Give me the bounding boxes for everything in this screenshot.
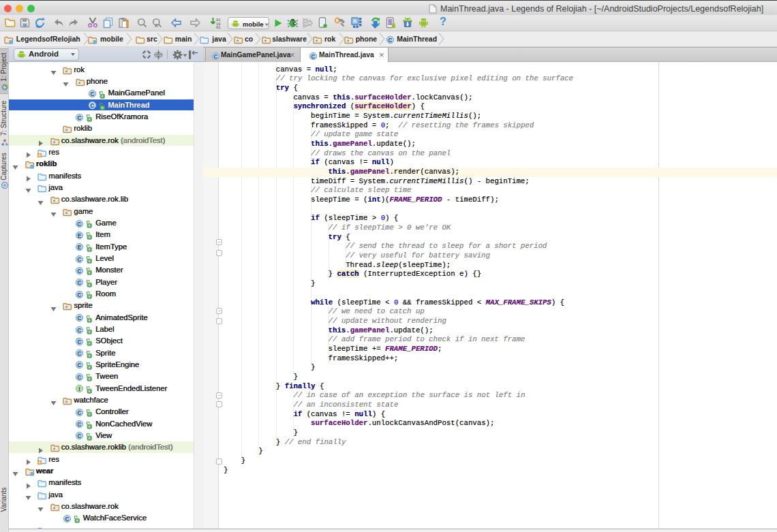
svg-text:C: C	[78, 292, 82, 298]
svg-text:C: C	[78, 339, 82, 345]
svg-text:C: C	[78, 280, 82, 286]
svg-text:C: C	[78, 374, 82, 380]
svg-text:C: C	[78, 351, 82, 357]
svg-text:C: C	[311, 54, 316, 60]
svg-text:C: C	[78, 221, 82, 227]
svg-text:01: 01	[216, 25, 221, 29]
svg-text:C: C	[78, 422, 82, 428]
svg-text:I: I	[79, 386, 80, 392]
svg-text:C: C	[78, 362, 82, 369]
svg-text:C: C	[78, 409, 82, 416]
svg-text:C: C	[214, 54, 218, 60]
svg-text:C: C	[78, 433, 82, 439]
svg-text:C: C	[78, 114, 82, 121]
svg-text:C: C	[90, 103, 94, 109]
svg-text:C: C	[78, 327, 82, 333]
svg-text:C: C	[78, 268, 82, 274]
svg-text:C: C	[388, 37, 393, 44]
svg-text:C: C	[78, 315, 82, 322]
svg-text:C: C	[65, 516, 69, 522]
svg-text:E: E	[78, 232, 82, 238]
svg-text:A: A	[155, 23, 158, 28]
svg-text:C: C	[90, 91, 94, 97]
svg-text:E: E	[78, 245, 82, 251]
svg-text:C: C	[78, 256, 82, 262]
